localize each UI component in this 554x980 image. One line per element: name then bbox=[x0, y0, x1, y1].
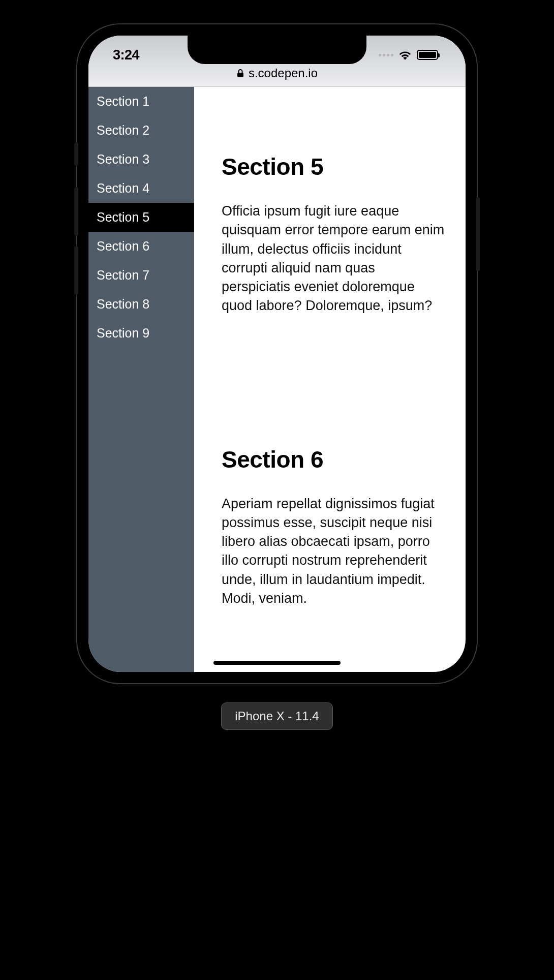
sidebar-item-section-6[interactable]: Section 6 bbox=[88, 232, 194, 261]
section-body: Aperiam repellat dignissimos fugiat poss… bbox=[222, 495, 445, 608]
content-section: Section 6 Aperiam repellat dignissimos f… bbox=[222, 446, 445, 608]
phone-inner-border: 3:24 bbox=[86, 34, 468, 674]
main-content[interactable]: Section 5 Officia ipsum fugit iure eaque… bbox=[194, 87, 466, 672]
wifi-icon bbox=[398, 50, 412, 60]
sidebar-item-section-1[interactable]: Section 1 bbox=[88, 87, 194, 116]
url-host: s.codepen.io bbox=[249, 66, 318, 80]
sidebar-item-section-8[interactable]: Section 8 bbox=[88, 290, 194, 319]
sidebar-item-section-3[interactable]: Section 3 bbox=[88, 145, 194, 174]
status-time: 3:24 bbox=[113, 47, 139, 63]
app-content: Section 1 Section 2 Section 3 Section 4 … bbox=[88, 87, 466, 672]
lock-icon bbox=[236, 69, 244, 78]
phone-frame: 3:24 bbox=[76, 23, 478, 684]
section-body: Officia ipsum fugit iure eaque quisquam … bbox=[222, 202, 445, 316]
sidebar-item-section-2[interactable]: Section 2 bbox=[88, 116, 194, 145]
section-title: Section 6 bbox=[222, 446, 445, 473]
sidebar-item-section-7[interactable]: Section 7 bbox=[88, 261, 194, 290]
status-right-icons bbox=[379, 50, 438, 60]
svg-rect-0 bbox=[237, 73, 243, 77]
cellular-icon bbox=[379, 54, 393, 56]
device-label-pill: iPhone X - 11.4 bbox=[221, 702, 332, 730]
content-section: Section 5 Officia ipsum fugit iure eaque… bbox=[222, 153, 445, 316]
phone-side-button bbox=[74, 246, 78, 295]
phone-side-button bbox=[74, 187, 78, 236]
phone-notch bbox=[188, 36, 366, 64]
home-indicator[interactable] bbox=[213, 661, 341, 665]
battery-icon bbox=[417, 50, 438, 60]
sidebar-item-section-4[interactable]: Section 4 bbox=[88, 174, 194, 203]
sidebar: Section 1 Section 2 Section 3 Section 4 … bbox=[88, 87, 194, 672]
section-title: Section 5 bbox=[222, 153, 445, 180]
url-bar[interactable]: s.codepen.io bbox=[103, 66, 451, 80]
sidebar-item-section-5[interactable]: Section 5 bbox=[88, 203, 194, 232]
sidebar-item-section-9[interactable]: Section 9 bbox=[88, 319, 194, 348]
phone-side-button bbox=[476, 197, 480, 271]
phone-screen: 3:24 bbox=[88, 36, 466, 672]
phone-side-button bbox=[74, 142, 78, 166]
